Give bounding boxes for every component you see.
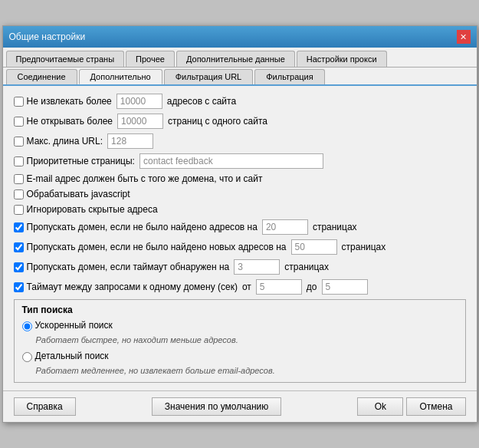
label-priority-pages[interactable]: Приоритетные страницы: [14, 156, 135, 166]
row-skip-timeout: Пропускать домен, если таймаут обнаружен… [14, 259, 466, 275]
search-type-section: Тип поиска Ускоренный поиск Работает быс… [14, 299, 466, 383]
tab-filter[interactable]: Фильтрация [254, 69, 324, 84]
tab-url-filter[interactable]: Фильтрация URL [164, 69, 254, 84]
checkbox-skip-timeout[interactable] [14, 262, 24, 272]
checkbox-skip-no-new-addresses[interactable] [14, 242, 24, 252]
checkbox-priority-pages[interactable] [14, 156, 24, 166]
detailed-search-desc: Работает медленнее, но извлекает больше … [36, 365, 458, 376]
label-skip-timeout[interactable]: Пропускать домен, если таймаут обнаружен… [14, 262, 230, 272]
tabs-row-1: Предпочитаемые страны Прочее Дополнитель… [3, 48, 477, 68]
row-skip-no-new-addresses: Пропускать домен, если не было найдено н… [14, 239, 466, 255]
suffix-skip-no-new-addresses: страницах [342, 242, 386, 252]
radio-fast-search-input[interactable] [22, 321, 32, 331]
radio-fast-search[interactable]: Ускоренный поиск [22, 320, 458, 331]
suffix-skip-no-addresses: страницах [313, 222, 357, 232]
tabs-row-2: Соединение Дополнительно Фильтрация URL … [3, 68, 477, 86]
input-timeout-to[interactable] [322, 279, 368, 295]
defaults-button[interactable]: Значения по умолчанию [152, 397, 281, 416]
label-not-extract[interactable]: Не извлекать более [14, 96, 112, 107]
help-button[interactable]: Справка [14, 397, 76, 416]
checkbox-hidden-addresses[interactable] [14, 205, 24, 215]
title-bar: Общие настройки ✕ [3, 26, 477, 48]
label-not-open[interactable]: Не открывать более [14, 116, 113, 127]
row-not-open: Не открывать более страниц с одного сайт… [14, 114, 466, 129]
row-priority-pages: Приоритетные страницы: [14, 153, 466, 169]
radio-detailed-search-input[interactable] [22, 352, 32, 362]
row-not-extract: Не извлекать более адресов с сайта [14, 94, 466, 109]
tab-proxy-settings[interactable]: Настройки прокси [297, 51, 387, 67]
row-timeout-between: Таймаут между запросами к одному домену … [14, 279, 466, 295]
checkbox-not-open[interactable] [14, 117, 24, 127]
input-skip-timeout[interactable] [234, 259, 280, 275]
label-to: до [307, 282, 317, 292]
search-type-title: Тип поиска [22, 305, 458, 315]
label-email-domain[interactable]: E-mail адрес должен быть с того же домен… [14, 173, 263, 184]
label-max-url[interactable]: Макс. длина URL: [14, 136, 103, 147]
checkbox-not-extract[interactable] [14, 97, 24, 107]
label-javascript[interactable]: Обрабатывать javascript [14, 189, 130, 199]
row-max-url: Макс. длина URL: [14, 133, 466, 149]
row-email-domain: E-mail адрес должен быть с того же домен… [14, 173, 466, 184]
input-timeout-from[interactable] [256, 279, 302, 295]
row-hidden-addresses: Игнорировать скрытые адреса [14, 204, 466, 215]
input-skip-no-addresses[interactable] [262, 219, 308, 235]
suffix-skip-timeout: страницах [284, 262, 329, 272]
checkbox-skip-no-addresses[interactable] [14, 222, 24, 232]
suffix-not-open: страниц с одного сайта [168, 116, 267, 127]
input-not-open[interactable] [117, 114, 163, 129]
label-from: от [242, 282, 251, 292]
content-area: Не извлекать более адресов с сайта Не от… [3, 86, 477, 390]
tab-preferred-countries[interactable]: Предпочитаемые страны [6, 51, 125, 67]
input-priority-pages[interactable] [139, 153, 323, 169]
tab-advanced[interactable]: Дополнительно [79, 69, 162, 84]
checkbox-timeout-between[interactable] [14, 282, 24, 292]
checkbox-max-url[interactable] [14, 137, 24, 147]
tab-misc[interactable]: Прочее [126, 51, 175, 67]
row-javascript: Обрабатывать javascript [14, 189, 466, 199]
label-skip-no-addresses[interactable]: Пропускать домен, если не было найдено а… [14, 222, 258, 232]
ok-button[interactable]: Ok [357, 397, 403, 416]
tab-extra-data[interactable]: Дополнительные данные [176, 51, 295, 67]
radio-detailed-search[interactable]: Детальный поиск [22, 351, 458, 362]
main-window: Общие настройки ✕ Предпочитаемые страны … [2, 25, 477, 423]
input-max-url[interactable] [107, 133, 153, 149]
suffix-not-extract: адресов с сайта [167, 96, 236, 107]
tab-connection[interactable]: Соединение [6, 69, 77, 84]
input-skip-no-new-addresses[interactable] [291, 239, 337, 255]
label-skip-no-new-addresses[interactable]: Пропускать домен, если не было найдено н… [14, 242, 287, 252]
checkbox-javascript[interactable] [14, 189, 24, 199]
row-skip-no-addresses: Пропускать домен, если не было найдено а… [14, 219, 466, 235]
cancel-button[interactable]: Отмена [406, 397, 465, 416]
fast-search-desc: Работает быстрее, но находит меньше адре… [36, 334, 458, 345]
input-not-extract[interactable] [116, 94, 162, 109]
window-title: Общие настройки [9, 31, 86, 42]
checkbox-email-domain[interactable] [14, 174, 24, 184]
label-hidden-addresses[interactable]: Игнорировать скрытые адреса [14, 204, 158, 215]
close-button[interactable]: ✕ [457, 30, 471, 44]
footer: Справка Значения по умолчанию Ok Отмена [3, 390, 477, 422]
label-timeout-between[interactable]: Таймаут между запросами к одному домену … [14, 282, 238, 292]
